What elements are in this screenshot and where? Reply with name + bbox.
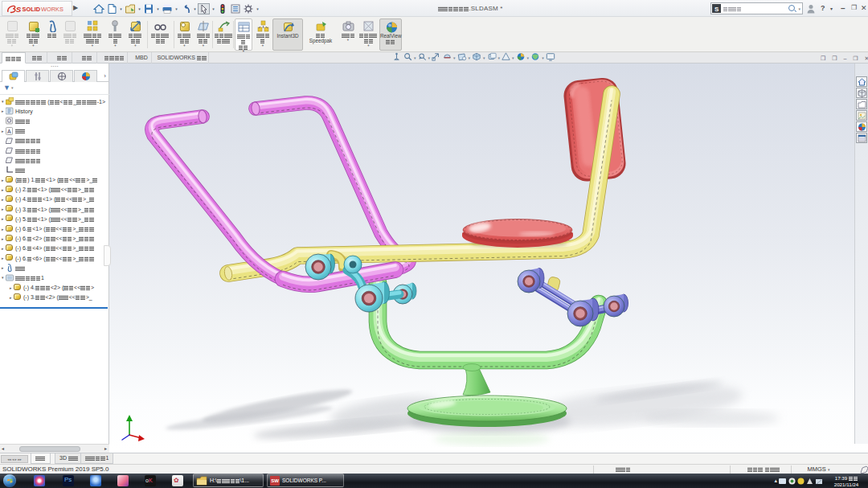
svg-text:S: S xyxy=(16,4,22,13)
svg-text:WORKS: WORKS xyxy=(41,5,63,12)
svg-text:A: A xyxy=(7,128,11,133)
svg-text:SOLID: SOLID xyxy=(23,5,41,12)
